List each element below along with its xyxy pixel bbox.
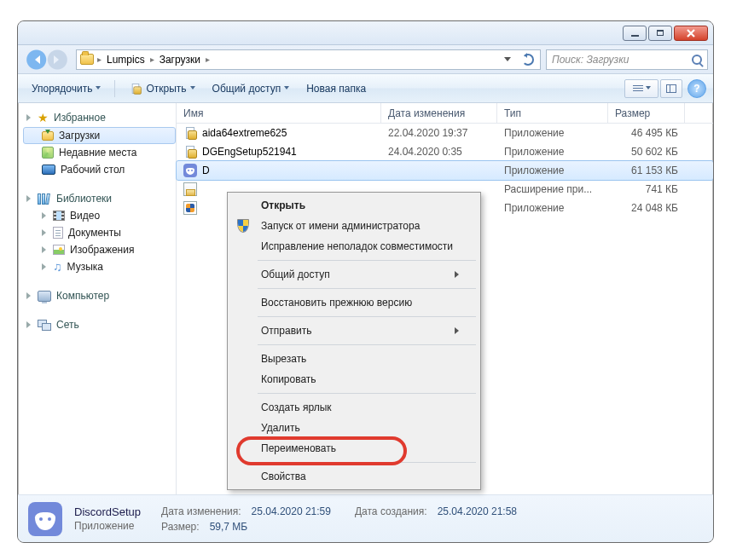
preview-pane-button[interactable] xyxy=(660,79,682,98)
sidebar-item-recent[interactable]: Недавние места xyxy=(23,144,176,161)
navigation-pane: ★Избранное Загрузки Недавние места Рабоч… xyxy=(18,103,177,494)
ctx-send-to[interactable]: Отправить xyxy=(230,320,478,341)
ctx-run-as-admin[interactable]: Запуск от имени администратора xyxy=(230,216,478,236)
installer-icon xyxy=(183,126,197,140)
search-input[interactable]: Поиск: Загрузки xyxy=(546,49,708,70)
sidebar-item-images[interactable]: Изображения xyxy=(23,241,176,258)
ctx-open[interactable]: Открыть xyxy=(230,195,478,216)
explorer-window: ▸ Lumpics ▸ Загрузки ▸ Поиск: Загрузки У… xyxy=(17,20,714,543)
minimize-button[interactable] xyxy=(623,26,647,41)
organize-button[interactable]: Упорядочить xyxy=(25,79,107,98)
column-header-name[interactable]: Имя xyxy=(177,103,381,123)
network-icon xyxy=(38,320,51,331)
ctx-share[interactable]: Общий доступ xyxy=(230,264,478,285)
file-row[interactable]: DGEngSetup521941 24.04.2020 0:35 Приложе… xyxy=(177,142,713,161)
ctx-separator xyxy=(258,288,476,289)
share-button[interactable]: Общий доступ xyxy=(206,79,297,98)
libraries-group[interactable]: Библиотеки xyxy=(23,190,176,207)
music-icon: ♫ xyxy=(53,261,62,273)
submenu-arrow-icon xyxy=(455,271,462,278)
tree-collapse-icon xyxy=(26,195,34,202)
tree-expand-icon xyxy=(42,246,49,253)
toolbar-separator xyxy=(114,80,115,97)
address-bar[interactable]: ▸ Lumpics ▸ Загрузки ▸ xyxy=(76,49,541,70)
discord-icon xyxy=(183,164,197,177)
tree-expand-icon xyxy=(42,263,49,270)
ctx-delete[interactable]: Удалить xyxy=(230,418,478,438)
ctx-cut[interactable]: Вырезать xyxy=(230,349,478,369)
ctx-rename[interactable]: Переименовать xyxy=(230,438,478,459)
breadcrumb-lumpics[interactable]: Lumpics xyxy=(105,54,147,66)
chevron-right-icon: ▸ xyxy=(97,55,102,64)
view-options-button[interactable] xyxy=(624,79,658,98)
installer-icon xyxy=(183,145,197,159)
video-icon xyxy=(53,211,65,221)
window-titlebar xyxy=(18,21,713,45)
close-button[interactable] xyxy=(674,26,708,41)
search-placeholder: Поиск: Загрузки xyxy=(552,54,629,66)
libraries-icon xyxy=(38,193,51,205)
document-icon xyxy=(53,227,63,239)
star-icon: ★ xyxy=(38,111,49,124)
details-filetype: Приложение xyxy=(74,520,141,532)
chevron-right-icon: ▸ xyxy=(150,55,154,64)
computer-group[interactable]: Компьютер xyxy=(23,287,176,304)
favorites-group[interactable]: ★Избранное xyxy=(23,108,176,127)
chevron-down-icon xyxy=(284,86,289,92)
file-row[interactable]: aida64extreme625 22.04.2020 19:37 Прилож… xyxy=(177,124,713,142)
msi-icon xyxy=(183,182,197,196)
ctx-restore-version[interactable]: Восстановить прежнюю версию xyxy=(230,292,478,313)
file-row-selected[interactable]: D Приложение 61 153 КБ xyxy=(177,161,713,180)
chevron-down-icon xyxy=(646,86,651,92)
details-filename: DiscordSetup xyxy=(74,505,141,518)
ctx-separator xyxy=(258,260,476,261)
command-toolbar: Упорядочить Открыть Общий доступ Новая п… xyxy=(18,74,713,103)
chevron-down-icon xyxy=(96,86,101,92)
desktop-icon xyxy=(42,165,55,175)
virtualbox-icon xyxy=(183,201,197,215)
pictures-icon xyxy=(53,245,65,255)
ctx-copy[interactable]: Копировать xyxy=(230,369,478,390)
open-button[interactable]: Открыть xyxy=(122,78,201,99)
details-pane: DiscordSetup Приложение Дата изменения:2… xyxy=(18,494,713,542)
search-icon xyxy=(692,55,702,65)
folder-icon xyxy=(80,54,94,65)
context-menu: Открыть Запуск от имени администратора И… xyxy=(227,192,481,490)
tree-collapse-icon xyxy=(26,114,34,121)
column-header-type[interactable]: Тип xyxy=(497,103,608,123)
ctx-separator xyxy=(258,462,476,463)
refresh-button[interactable] xyxy=(519,51,537,68)
ctx-separator xyxy=(258,344,476,345)
chevron-right-icon: ▸ xyxy=(206,55,210,64)
shield-icon xyxy=(235,219,251,233)
ctx-create-shortcut[interactable]: Создать ярлык xyxy=(230,397,478,418)
sidebar-item-video[interactable]: Видео xyxy=(23,207,176,224)
back-forward-buttons[interactable] xyxy=(23,49,71,71)
breadcrumb-downloads[interactable]: Загрузки xyxy=(158,54,202,66)
help-button[interactable]: ? xyxy=(687,79,706,98)
column-headers: Имя Дата изменения Тип Размер xyxy=(177,103,713,124)
column-header-date[interactable]: Дата изменения xyxy=(381,103,497,123)
sidebar-item-downloads[interactable]: Загрузки xyxy=(23,127,176,144)
chevron-down-icon xyxy=(190,86,195,92)
address-dropdown-button[interactable] xyxy=(499,51,516,68)
new-folder-button[interactable]: Новая папка xyxy=(299,79,373,98)
details-properties: Дата изменения:25.04.2020 21:59 Дата соз… xyxy=(161,505,517,533)
downloads-icon xyxy=(42,131,54,141)
network-group[interactable]: Сеть xyxy=(23,316,176,333)
submenu-arrow-icon xyxy=(455,327,462,334)
ctx-separator xyxy=(258,316,476,317)
column-header-size[interactable]: Размер xyxy=(608,103,685,123)
tree-expand-icon xyxy=(26,292,34,299)
sidebar-item-music[interactable]: ♫Музыка xyxy=(23,258,176,275)
tree-expand-icon xyxy=(42,212,49,219)
application-icon xyxy=(131,83,142,95)
sidebar-item-documents[interactable]: Документы xyxy=(23,224,176,241)
tree-expand-icon xyxy=(42,229,49,236)
ctx-troubleshoot-compat[interactable]: Исправление неполадок совместимости xyxy=(230,236,478,257)
ctx-properties[interactable]: Свойства xyxy=(230,466,478,487)
computer-icon xyxy=(38,291,51,302)
maximize-button[interactable] xyxy=(648,26,672,41)
discord-icon xyxy=(28,502,62,536)
sidebar-item-desktop[interactable]: Рабочий стол xyxy=(23,161,176,178)
